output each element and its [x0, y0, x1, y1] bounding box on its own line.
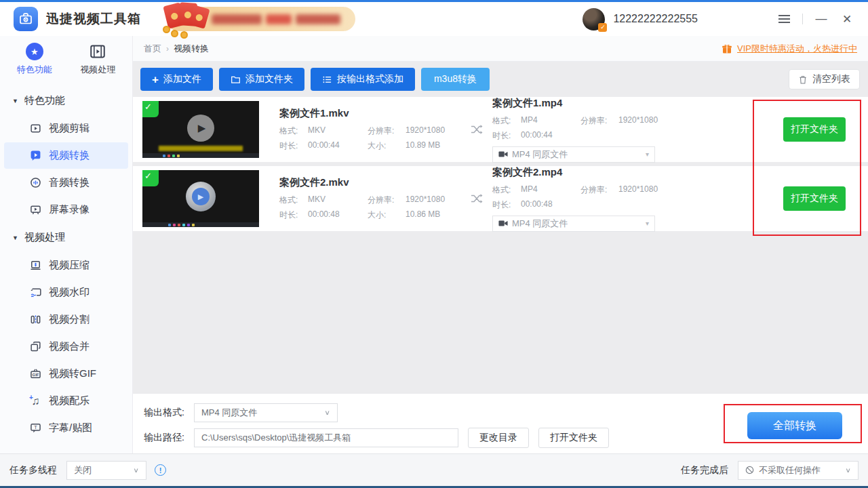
collapse-caret-icon: ▼ [12, 235, 18, 241]
play-icon: ▶ [187, 115, 214, 142]
menu-button[interactable] [772, 9, 795, 29]
button-label: 添加文件 [163, 73, 201, 85]
app-logo-icon [14, 7, 38, 31]
sidebar-item-label: 视频配乐 [49, 394, 90, 407]
no-action-icon [745, 466, 754, 474]
sidebar-item-label: 视频剪辑 [49, 122, 90, 135]
video-edit-icon [30, 123, 41, 134]
format-value: MP4 [521, 184, 580, 196]
video-thumbnail[interactable]: ✓ ▶ [142, 101, 259, 158]
after-task-select[interactable]: 不采取任何操作 ∨ [738, 461, 859, 480]
sidebar-item-video-edit[interactable]: 视频剪辑 [4, 115, 128, 142]
output-preset-dropdown[interactable]: MP4 同原文件 ▾ [492, 216, 655, 232]
breadcrumb-home[interactable]: 首页 [144, 43, 161, 55]
sidebar: ★ 特色功能 视频处理 [0, 36, 133, 453]
video-thumbnail[interactable]: ✓ ▶ [142, 170, 259, 227]
select-value: 关闭 [74, 464, 92, 476]
sidebar-item-label: 视频压缩 [49, 259, 90, 272]
sidebar-item-video-merge[interactable]: 视频合并 [4, 333, 128, 360]
open-folder-button[interactable]: 打开文件夹 [783, 117, 846, 142]
gift-icon [722, 43, 732, 54]
promo-banner[interactable] [167, 7, 355, 31]
duration-label: 时长: [492, 130, 521, 142]
format-label: 格式: [279, 195, 308, 206]
sidebar-item-screen-record[interactable]: 屏幕录像 [4, 197, 128, 223]
sidebar-item-video-convert[interactable]: 视频转换 [4, 142, 128, 169]
folder-icon [231, 75, 241, 85]
clear-list-button[interactable]: 清空列表 [789, 69, 860, 89]
close-button[interactable]: ✕ [835, 9, 859, 29]
subtitle-sticker-icon: T [30, 422, 41, 434]
file-row: ✓ ▶ 案例文件2.mkv 格式: MKV 分辨率: [133, 166, 868, 231]
resolution-label: 分辨率: [368, 195, 406, 206]
size-value: 10.89 MB [406, 140, 461, 152]
button-label: m3u8转换 [434, 73, 477, 85]
sidebar-item-label: 视频转GIF [49, 367, 96, 380]
vip-promo-link[interactable]: VIP限时特惠活动，火热进行中 [737, 43, 857, 55]
tab-featured-functions[interactable]: ★ 特色功能 [4, 43, 65, 76]
sidebar-item-video-split[interactable]: 视频分割 [4, 306, 128, 333]
m3u8-convert-button[interactable]: m3u8转换 [421, 68, 490, 91]
sidebar-item-video-watermark[interactable]: 视频水印 [4, 279, 128, 306]
video-to-gif-icon: GIF [30, 368, 41, 380]
preset-value: MP4 同原文件 [512, 218, 568, 230]
convert-arrows-icon [470, 123, 484, 136]
output-preset-dropdown[interactable]: MP4 同原文件 ▾ [492, 146, 655, 163]
sidebar-item-label: 视频水印 [49, 286, 90, 299]
screen-record-icon [30, 204, 41, 216]
video-music-icon: +♫ [30, 396, 41, 406]
button-label: 全部转换 [773, 420, 816, 431]
file-list-area: + 添加文件 添加文件夹 [133, 62, 868, 394]
tab-video-processing[interactable]: 视频处理 [68, 43, 129, 76]
sidebar-item-video-music[interactable]: +♫ 视频配乐 [4, 388, 128, 414]
sidebar-item-video-to-gif[interactable]: GIF 视频转GIF [4, 361, 128, 387]
resolution-value: 1920*1080 [618, 184, 670, 196]
output-format-select[interactable]: MP4 同原文件 ∨ [194, 403, 338, 422]
add-folder-button[interactable]: 添加文件夹 [219, 68, 304, 91]
sidebar-item-label: 视频分割 [49, 313, 90, 326]
duration-label: 时长: [492, 199, 521, 211]
format-label: 格式: [492, 115, 521, 127]
size-value: 10.86 MB [406, 209, 461, 221]
sidebar-group-featured[interactable]: ▼ 特色功能 [0, 87, 132, 115]
info-icon[interactable]: ! [155, 464, 166, 476]
status-bar: 任务多线程 关闭 ∨ ! 任务完成后 不采取任何操作 ∨ [0, 453, 868, 486]
breadcrumb: 首页 › 视频转换 VIP限时特惠活动，火热进行中 [133, 36, 868, 62]
audio-convert-icon [30, 177, 41, 188]
sidebar-item-subtitle-sticker[interactable]: T 字幕/贴图 [4, 415, 128, 441]
convert-all-button[interactable]: 全部转换 [747, 412, 842, 439]
open-folder-button[interactable]: 打开文件夹 [783, 186, 846, 211]
minimize-button[interactable]: — [810, 9, 833, 29]
username: 12222222222555 [613, 13, 698, 25]
output-path-input[interactable]: C:\Users\sqs\Desktop\迅捷视频工具箱 [194, 428, 458, 447]
add-by-format-button[interactable]: 按输出格式添加 [311, 68, 415, 91]
sidebar-group-processing[interactable]: ▼ 视频处理 [0, 224, 132, 251]
multithread-select[interactable]: 关闭 ∨ [66, 461, 146, 480]
promo-banner-blurred-text [296, 14, 340, 24]
change-directory-button[interactable]: 更改目录 [468, 428, 529, 448]
button-label: 打开文件夹 [791, 123, 838, 134]
resolution-value: 1920*1080 [406, 195, 461, 206]
sidebar-item-video-compress[interactable]: 视频压缩 [4, 252, 128, 279]
svg-text:T: T [34, 424, 37, 430]
file-row: ✓ ▶ 案例文件1.mkv 格式: MKV [133, 97, 868, 162]
output-file-name: 案例文件2.mp4 [492, 166, 670, 179]
svg-text:GIF: GIF [33, 373, 39, 377]
multithread-label: 任务多线程 [9, 464, 57, 476]
size-label: 大小: [368, 209, 406, 221]
sidebar-nav: ▼ 特色功能 视频剪辑 [0, 81, 132, 453]
preset-value: MP4 同原文件 [512, 148, 568, 161]
resolution-value: 1920*1080 [406, 125, 461, 137]
avatar[interactable]: ✓ [583, 8, 605, 30]
play-icon: ▶ [186, 182, 216, 211]
tab-label: 视频处理 [80, 64, 115, 76]
button-label: 按输出格式添加 [337, 73, 403, 85]
format-label: 格式: [492, 184, 521, 196]
source-file-name: 案例文件1.mkv [279, 107, 461, 120]
select-value: 不采取任何操作 [759, 464, 821, 476]
title-bar: 迅捷视频工具箱 ✓ 12222222222555 [0, 2, 868, 36]
sidebar-item-label: 音频转换 [49, 176, 90, 189]
sidebar-item-audio-convert[interactable]: 音频转换 [4, 169, 128, 196]
open-output-folder-button[interactable]: 打开文件夹 [538, 428, 609, 448]
add-file-button[interactable]: + 添加文件 [140, 68, 213, 91]
